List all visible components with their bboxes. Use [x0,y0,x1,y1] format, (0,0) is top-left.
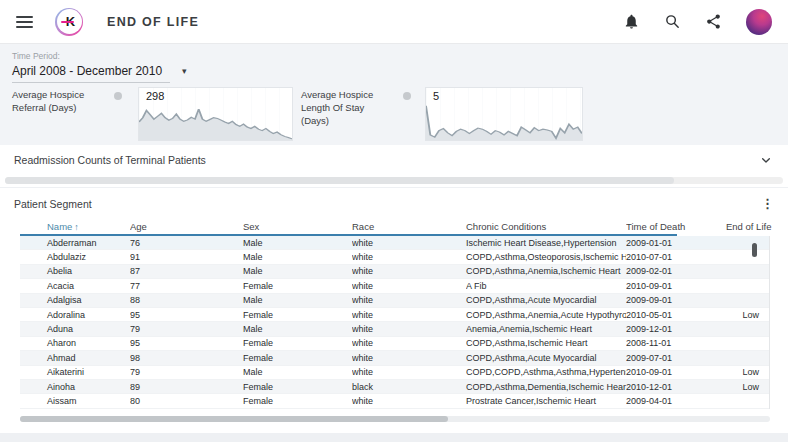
cell-race: white [352,396,466,406]
vertical-scrollbar[interactable] [752,243,757,257]
cell-age: 80 [130,396,243,406]
table-row[interactable]: Adoralina95FemalewhiteCOPD,Asthma,Anemia… [20,308,769,322]
cell-name: Aissam [20,396,130,406]
column-header-age[interactable]: Age [130,221,243,232]
table-row[interactable]: Acacia77FemalewhiteA Fib2010-09-01 [20,279,769,293]
metric-referral-value: 298 [146,90,164,102]
info-icon[interactable] [403,92,411,100]
column-header-sex[interactable]: Sex [243,221,352,232]
cell-age: 95 [130,310,243,320]
table-row[interactable]: Abderraman76MalewhiteIschemic Heart Dise… [20,236,769,250]
time-period-select[interactable]: April 2008 - December 2010 [12,64,170,83]
cell-death: 2010-05-01 [626,310,726,320]
logo-dash [61,21,74,24]
cell-race: white [352,281,466,291]
cell-name: Adoralina [20,310,130,320]
metric-los-value: 5 [433,90,439,102]
cell-sex: Male [243,252,352,262]
cell-conditions: COPD,Asthma,Acute Myocardial [466,353,626,363]
menu-icon[interactable] [16,13,33,31]
cell-sex: Male [243,266,352,276]
metric-los-chart: 5 [425,87,583,141]
table-row[interactable]: Abdulaziz91MalewhiteCOPD,Asthma,Osteopor… [20,250,769,264]
cell-name: Adalgisa [20,295,130,305]
cell-age: 95 [130,338,243,348]
cell-age: 77 [130,281,243,291]
dropdown-caret-icon[interactable]: ▾ [182,66,187,76]
cell-age: 79 [130,324,243,334]
notifications-bell-icon[interactable] [623,13,640,30]
table-row[interactable]: Ahmad98FemalewhiteCOPD,Asthma,Acute Myoc… [20,351,769,365]
column-header-time-of-death[interactable]: Time of Death [626,221,726,232]
cell-death: 2009-12-01 [626,324,726,334]
table-horizontal-scrollbar[interactable] [20,416,770,422]
app-bar: K END OF LIFE [0,0,788,44]
cell-age: 88 [130,295,243,305]
cell-death: 2009-09-01 [626,295,726,305]
column-header-conditions[interactable]: Chronic Conditions [466,221,626,232]
avatar[interactable] [746,9,772,35]
column-header-race[interactable]: Race [352,221,466,232]
table-row[interactable]: Ainoha89FemaleblackCOPD,Asthma,Dementia,… [20,380,769,394]
cell-age: 89 [130,382,243,392]
cell-eol: Low [726,382,769,392]
patient-segment-card: Patient Segment ⋮ Name↑ Age Sex Race Chr… [0,188,788,433]
cell-name: Abdulaziz [20,252,130,262]
cell-death: 2010-07-01 [626,252,726,262]
cell-death: 2010-12-01 [626,382,726,392]
share-icon[interactable] [705,13,722,30]
filter-section: Time Period: April 2008 - December 2010 … [0,44,788,145]
cell-death: 2009-02-01 [626,266,726,276]
cell-name: Ainoha [20,382,130,392]
chevron-down-icon[interactable] [758,152,774,168]
table-body: Abderraman76MalewhiteIschemic Heart Dise… [20,236,770,409]
cell-race: white [352,266,466,276]
cell-sex: Male [243,324,352,334]
horizontal-scrollbar[interactable] [5,177,783,184]
cell-race: white [352,310,466,320]
cell-death: 2010-09-01 [626,281,726,291]
cell-sex: Male [243,295,352,305]
cell-conditions: COPD,COPD,Asthma,Asthma,Hypertension,Di [466,367,626,377]
cell-conditions: COPD,Asthma,Anemia,Ischemic Heart [466,266,626,276]
table-header-row: Name↑ Age Sex Race Chronic Conditions Ti… [20,214,770,236]
cell-eol: Low [726,310,769,320]
cell-sex: Female [243,310,352,320]
metric-referral-chart: 298 [138,87,293,141]
header-sort-underline [20,234,677,236]
cell-sex: Female [243,396,352,406]
cell-death: 2009-07-01 [626,353,726,363]
sparkline-referral [139,104,292,140]
cell-death: 2009-01-01 [626,238,726,248]
search-icon[interactable] [664,13,681,30]
kebab-menu-icon[interactable]: ⋮ [761,197,774,210]
cell-name: Abelia [20,266,130,276]
table-row[interactable]: Aissam80FemalewhiteProstrate Cancer,Isch… [20,394,769,408]
table-row[interactable]: Adalgisa88MalewhiteCOPD,Asthma,Acute Myo… [20,294,769,308]
column-header-end-of-life[interactable]: End of Life [726,221,781,232]
cell-conditions: COPD,Asthma,Acute Myocardial [466,295,626,305]
cell-race: white [352,252,466,262]
cell-conditions: A Fib [466,281,626,291]
cell-race: white [352,367,466,377]
info-icon[interactable] [114,92,122,100]
cell-death: 2008-11-01 [626,338,726,348]
column-header-name[interactable]: Name↑ [20,221,130,232]
cell-race: white [352,353,466,363]
table-row[interactable]: Aharon95FemalewhiteCOPD,Asthma,Ischemic … [20,337,769,351]
cell-age: 87 [130,266,243,276]
table-row[interactable]: Abelia87MalewhiteCOPD,Asthma,Anemia,Isch… [20,265,769,279]
table-row[interactable]: Aikaterini79MalewhiteCOPD,COPD,Asthma,As… [20,366,769,380]
cell-conditions: COPD,Asthma,Dementia,Ischemic Heart [466,382,626,392]
cell-race: white [352,238,466,248]
table-row[interactable]: Aduna79MalewhiteAnemia,Anemia,Ischemic H… [20,322,769,336]
cell-conditions: Ischemic Heart Disease,Hypertension [466,238,626,248]
cell-sex: Female [243,281,352,291]
cell-race: black [352,382,466,392]
cell-age: 98 [130,353,243,363]
cell-sex: Female [243,353,352,363]
cell-race: white [352,324,466,334]
readmission-section-header[interactable]: Readmission Counts of Terminal Patients [0,145,788,175]
cell-conditions: COPD,Asthma,Anemia,Acute Hypothyroidism [466,310,626,320]
cell-name: Abderraman [20,238,130,248]
